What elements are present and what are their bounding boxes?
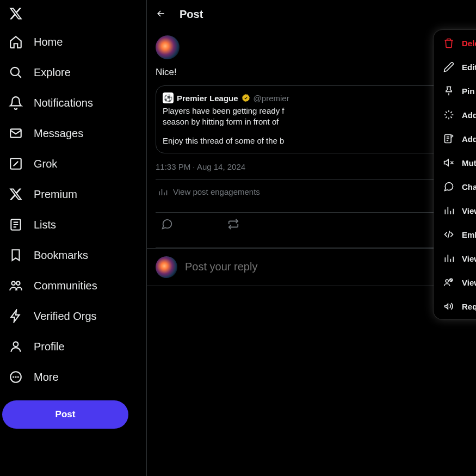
comment-icon [443,181,454,192]
main: Post Nice! ⚽ Premier League @premier Pla… [147,0,476,476]
view-engagements-link[interactable]: View post engagements [156,180,467,205]
menu-view-engagements[interactable]: View post engagements [434,199,476,222]
post: Nice! ⚽ Premier League @premier Players … [147,29,476,248]
menu-embed[interactable]: Embed post [434,222,476,246]
nav-label: Lists [34,219,56,231]
reply-composer[interactable] [147,248,476,286]
menu-label: Edit post [462,63,476,72]
repost-button[interactable] [227,218,239,232]
communities-icon [9,279,23,293]
svg-point-6 [14,342,18,347]
menu-lists[interactable]: Add/remove @AdamJ242 from Lists [434,127,476,151]
svg-point-10 [18,376,18,377]
self-avatar[interactable] [156,256,177,278]
nav-profile[interactable]: Profile [2,333,142,360]
menu-mute[interactable]: Mute this conversation [434,151,476,175]
analytics-icon [443,205,454,216]
nav-label: Messages [34,127,83,140]
menu-analytics[interactable]: View post analytics [434,246,476,270]
menu-label: Delete [462,39,476,48]
nav-label: Bookmarks [34,249,88,262]
nav-label: Notifications [34,97,93,109]
nav-messages[interactable]: Messages [2,120,142,147]
menu-label: Add/remove @AdamJ242 from Lists [462,134,476,144]
post-text: Nice! [156,67,467,78]
lists-icon [9,218,23,232]
search-icon [9,65,23,79]
more-icon [9,370,23,384]
list-add-icon [443,133,454,144]
trash-icon [443,38,454,48]
menu-community-note[interactable]: Request Community Note [434,294,476,318]
nav-label: Profile [34,341,65,353]
quote-header: ⚽ Premier League @premier [163,92,460,103]
verified-icon [242,94,250,102]
svg-point-8 [13,376,14,377]
svg-point-4 [11,281,15,285]
nav-label: Grok [34,158,57,170]
menu-label: Mute this conversation [462,158,476,168]
nav-communities[interactable]: Communities [2,272,142,299]
svg-point-9 [15,376,16,377]
engagements-label: View post engagements [173,187,260,196]
menu-label: Request Community Note [462,302,476,311]
quote-line: Players have been getting ready f [163,106,460,116]
menu-highlights[interactable]: Add/remove from Highlights [434,103,476,127]
sparkle-icon [443,109,454,120]
bell-icon [9,96,23,110]
compose-post-button[interactable]: Post [2,400,128,429]
nav-notifications[interactable]: Notifications [2,89,142,116]
author-avatar[interactable] [156,35,180,59]
quote-line: season by hitting form in front of [163,116,460,127]
lightning-icon [9,309,23,323]
x-logo[interactable] [2,2,142,27]
page-title: Post [180,8,203,21]
nav-verified-orgs[interactable]: Verified Orgs [2,302,142,330]
svg-point-12 [446,280,448,282]
quote-line: Enjoy this thread of some of the b [163,135,460,146]
x-icon [9,187,23,201]
quote-author-handle: @premier [254,94,289,103]
menu-label: Embed post [462,230,476,239]
reply-button[interactable] [161,218,173,232]
nav-home[interactable]: Home [2,28,142,55]
reply-input[interactable] [185,261,467,273]
post-context-menu: Delete Edit post Pin to your profile Add… [434,30,476,319]
code-icon [443,229,454,240]
menu-label: View post engagements [462,206,476,215]
menu-edit[interactable]: Edit post [434,55,476,79]
pencil-icon [443,61,454,72]
nav-premium[interactable]: Premium [2,181,142,208]
quoted-post[interactable]: ⚽ Premier League @premier Players have b… [156,85,467,153]
nav: Home Explore Notifications Messages Grok… [2,28,142,391]
post-timestamp[interactable]: 11:33 PM · Aug 14, 2024 [156,162,467,171]
menu-delete[interactable]: Delete [434,31,476,55]
sidebar: Home Explore Notifications Messages Grok… [0,0,147,476]
menu-change-reply[interactable]: Change who can reply [434,175,476,199]
nav-label: Verified Orgs [34,310,97,323]
menu-label: View post analytics [462,254,476,263]
nav-label: More [34,371,59,384]
menu-label: Pin to your profile [462,86,476,96]
mute-icon [443,157,454,168]
bookmark-icon [9,248,23,262]
nav-explore[interactable]: Explore [2,59,142,86]
header: Post [147,0,476,29]
home-icon [9,35,23,49]
analytics-icon [158,187,168,197]
chart-icon [443,253,454,264]
pin-icon [443,85,454,96]
nav-bookmarks[interactable]: Bookmarks [2,242,142,269]
nav-label: Communities [34,280,97,292]
svg-point-5 [16,281,20,285]
menu-label: Add/remove from Highlights [462,110,476,120]
nav-grok[interactable]: Grok [2,150,142,177]
grok-icon [9,157,23,171]
menu-pin[interactable]: Pin to your profile [434,79,476,103]
back-button[interactable] [156,8,166,21]
menu-label: View hidden replies [462,278,476,287]
nav-label: Premium [34,188,77,201]
nav-lists[interactable]: Lists [2,211,142,238]
nav-more[interactable]: More [2,363,142,391]
menu-hidden-replies[interactable]: View hidden replies [434,270,476,294]
